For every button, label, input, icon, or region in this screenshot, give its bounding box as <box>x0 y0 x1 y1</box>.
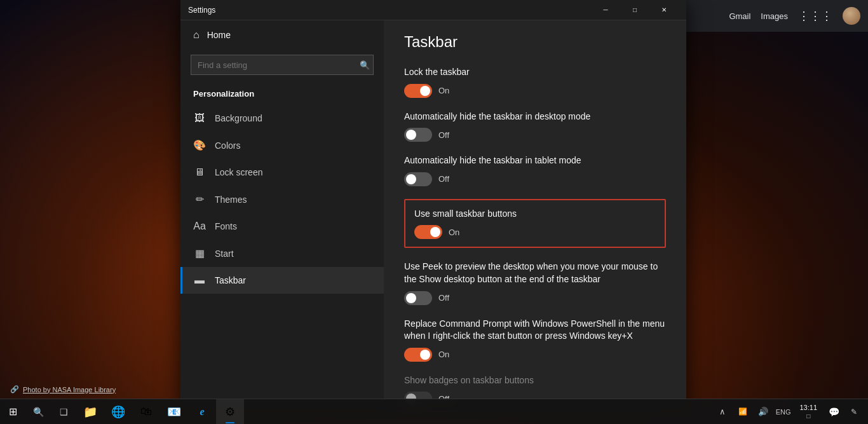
sidebar-item-label-background: Background <box>215 113 262 123</box>
setting-label-auto-hide-desktop: Automatically hide the taskbar in deskto… <box>404 111 666 123</box>
lock-screen-icon: 🖥 <box>193 167 206 178</box>
photo-credit: 🔗 Photo by NASA Image Library <box>10 385 116 393</box>
gmail-link[interactable]: Gmail <box>729 11 750 21</box>
toggle-replace-cmd[interactable] <box>404 348 432 362</box>
search-box: 🔍 <box>191 55 374 75</box>
clock-time: 13:11 <box>799 403 817 412</box>
sidebar-item-label-colors: Colors <box>215 140 240 151</box>
pinned-apps: 📁 🌐 🛍 📧 e ⚙ <box>76 399 714 425</box>
sidebar-item-label-fonts: Fonts <box>215 221 237 231</box>
sidebar-item-label-lock-screen: Lock screen <box>215 167 262 177</box>
background-icon: 🖼 <box>193 113 206 124</box>
title-bar: Settings ─ □ ✕ <box>180 0 686 20</box>
setting-label-auto-hide-tablet: Automatically hide the taskbar in tablet… <box>404 154 666 167</box>
toggle-label-peek-preview: Off <box>438 293 449 303</box>
home-label: Home <box>207 30 231 40</box>
user-avatar[interactable] <box>843 7 860 25</box>
sidebar: ⌂ Home 🔍 Personalization 🖼Background🎨Col… <box>180 20 384 410</box>
highlight-box-small-buttons: Use small taskbar buttons On <box>404 199 666 249</box>
toggle-label-replace-cmd: On <box>438 350 449 359</box>
images-link[interactable]: Images <box>761 11 788 21</box>
page-title: Taskbar <box>404 33 666 51</box>
pinned-app-edge[interactable]: e <box>188 399 216 425</box>
pinned-app-settings[interactable]: ⚙ <box>216 399 244 425</box>
system-clock[interactable]: 13:11 □ <box>794 403 822 420</box>
sidebar-item-lock-screen[interactable]: 🖥Lock screen <box>180 159 384 186</box>
colors-icon: 🎨 <box>193 139 206 151</box>
toggle-label-auto-hide-tablet: Off <box>438 174 449 184</box>
toggle-row-small-buttons: On <box>414 225 656 239</box>
language-indicator: ENG <box>776 408 791 416</box>
sidebar-item-background[interactable]: 🖼Background <box>180 105 384 132</box>
taskbar: ⊞ 🔍 ❑ 📁 🌐 🛍 📧 e ⚙ ∧ 📶 🔊 ENG 13:11 □ 💬 ✎ <box>0 399 868 424</box>
sidebar-item-start[interactable]: ▦Start <box>180 240 384 267</box>
toggle-row-lock-taskbar: On <box>404 84 666 98</box>
main-panel: Taskbar Lock the taskbar On Automaticall… <box>384 20 686 410</box>
pen-button[interactable]: ✎ <box>845 400 863 423</box>
themes-icon: ✏ <box>193 193 206 205</box>
setting-group-lock-taskbar: Lock the taskbar On <box>404 66 666 98</box>
sidebar-item-taskbar[interactable]: ▬Taskbar <box>180 267 384 294</box>
sidebar-item-themes[interactable]: ✏Themes <box>180 186 384 213</box>
pinned-app-store[interactable]: 🛍 <box>132 399 160 425</box>
toggle-row-auto-hide-tablet: Off <box>404 172 666 186</box>
toggle-label-auto-hide-desktop: Off <box>438 130 449 140</box>
start-button[interactable]: ⊞ <box>0 399 25 425</box>
notification-button[interactable]: 💬 <box>825 400 843 423</box>
setting-label-small-buttons: Use small taskbar buttons <box>414 208 656 221</box>
toggle-auto-hide-tablet[interactable] <box>404 172 432 186</box>
start-icon: ▦ <box>193 247 206 259</box>
window-title: Settings <box>188 6 591 15</box>
setting-group-peek-preview: Use Peek to preview the desktop when you… <box>404 261 666 304</box>
sidebar-item-label-taskbar: Taskbar <box>215 275 246 285</box>
home-icon: ⌂ <box>193 29 200 41</box>
toggle-row-auto-hide-desktop: Off <box>404 128 666 142</box>
taskbar-icon: ▬ <box>193 275 206 286</box>
setting-label-peek-preview: Use Peek to preview the desktop when you… <box>404 261 666 285</box>
sidebar-item-label-themes: Themes <box>215 195 247 205</box>
toggle-peek-preview[interactable] <box>404 291 432 305</box>
toggle-row-replace-cmd: On <box>404 348 666 362</box>
toggle-small-buttons[interactable] <box>414 225 442 239</box>
search-button[interactable]: 🔍 <box>25 399 51 425</box>
sidebar-item-colors[interactable]: 🎨Colors <box>180 132 384 159</box>
sidebar-item-label-start: Start <box>215 249 234 259</box>
toggle-label-lock-taskbar: On <box>438 86 449 95</box>
search-input[interactable] <box>191 55 374 75</box>
system-tray-expand[interactable]: ∧ <box>714 400 731 423</box>
search-icon[interactable]: 🔍 <box>360 60 370 70</box>
photo-credit-link[interactable]: Photo by NASA Image Library <box>23 386 116 393</box>
settings-window: Settings ─ □ ✕ ⌂ Home 🔍 Personalization … <box>180 0 686 410</box>
setting-group-auto-hide-tablet: Automatically hide the taskbar in tablet… <box>404 154 666 186</box>
clock-date: □ <box>799 412 817 420</box>
link-icon: 🔗 <box>10 385 19 393</box>
toggle-label-small-buttons: On <box>449 228 459 237</box>
content-area: ⌂ Home 🔍 Personalization 🖼Background🎨Col… <box>180 20 686 410</box>
toggle-lock-taskbar[interactable] <box>404 84 432 98</box>
minimize-button[interactable]: ─ <box>591 0 620 20</box>
toggle-row-peek-preview: Off <box>404 291 666 305</box>
settings-content: Lock the taskbar On Automatically hide t… <box>404 66 666 410</box>
setting-group-replace-cmd: Replace Command Prompt with Windows Powe… <box>404 318 666 362</box>
apps-grid-icon[interactable]: ⋮⋮⋮ <box>798 9 832 23</box>
maximize-button[interactable]: □ <box>620 0 649 20</box>
toggle-auto-hide-desktop[interactable] <box>404 128 432 142</box>
sidebar-nav: 🖼Background🎨Colors🖥Lock screen✏ThemesAaF… <box>180 105 384 294</box>
pinned-app-mail[interactable]: 📧 <box>160 399 188 425</box>
section-label: Personalization <box>180 85 384 105</box>
sidebar-item-fonts[interactable]: AaFonts <box>180 213 384 240</box>
network-icon[interactable]: 📶 <box>734 400 752 423</box>
pinned-app-browser[interactable]: 🌐 <box>104 399 132 425</box>
setting-label-badges: Show badges on taskbar buttons <box>404 374 666 387</box>
volume-icon[interactable]: 🔊 <box>754 400 772 423</box>
window-controls: ─ □ ✕ <box>591 0 679 20</box>
setting-label-replace-cmd: Replace Command Prompt with Windows Powe… <box>404 318 666 343</box>
pinned-app-explorer[interactable]: 📁 <box>76 399 104 425</box>
close-button[interactable]: ✕ <box>649 0 679 20</box>
fonts-icon: Aa <box>193 221 206 232</box>
sidebar-home[interactable]: ⌂ Home <box>180 20 384 50</box>
task-view-button[interactable]: ❑ <box>51 399 76 425</box>
setting-group-auto-hide-desktop: Automatically hide the taskbar in deskto… <box>404 111 666 142</box>
setting-label-lock-taskbar: Lock the taskbar <box>404 66 666 79</box>
taskbar-system-area: ∧ 📶 🔊 ENG 13:11 □ 💬 ✎ <box>714 400 868 423</box>
